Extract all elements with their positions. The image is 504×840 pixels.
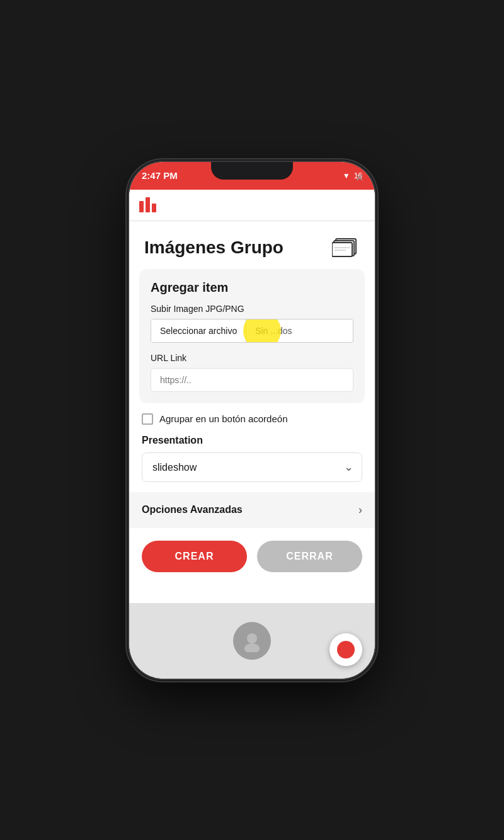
avatar-icon	[233, 622, 271, 660]
svg-point-5	[247, 633, 257, 643]
status-time: 2:47 PM	[142, 170, 178, 181]
svg-point-6	[244, 643, 260, 652]
action-buttons: CREAR CERRAR	[129, 528, 375, 585]
modal-scroll[interactable]: × Imágenes Grupo	[129, 221, 375, 603]
checkbox-section[interactable]: Agrupar en un botón acordeón	[129, 413, 375, 425]
advanced-options-section[interactable]: Opciones Avanzadas ›	[129, 492, 375, 528]
svg-rect-2	[332, 243, 352, 256]
presentation-section: Presentation slideshow grid carousel ⌄	[129, 435, 375, 482]
crear-button[interactable]: CREAR	[142, 541, 247, 572]
chevron-right-icon: ›	[358, 503, 362, 517]
modal-header: Imágenes Grupo	[129, 221, 375, 269]
notch	[211, 162, 293, 180]
fab-button[interactable]	[329, 633, 362, 666]
slideshow-icon	[332, 236, 360, 259]
advanced-label: Opciones Avanzadas	[142, 504, 243, 515]
app-bar	[129, 190, 375, 221]
accordion-label: Agrupar en un botón acordeón	[159, 413, 288, 424]
url-label: URL Link	[151, 353, 353, 363]
presentation-label: Presentation	[142, 435, 362, 446]
file-input-row[interactable]: Seleccionar archivo Sin ...dos	[151, 319, 353, 343]
presentation-select[interactable]: slideshow grid carousel	[142, 452, 362, 482]
screen-body: × Imágenes Grupo	[129, 190, 375, 679]
bottom-area	[129, 603, 375, 679]
network-icon: ▼	[343, 171, 350, 180]
file-select-button[interactable]: Seleccionar archivo	[151, 319, 246, 342]
url-input[interactable]	[151, 368, 353, 392]
cerrar-button[interactable]: CERRAR	[257, 541, 362, 572]
modal-title: Imágenes Grupo	[144, 238, 284, 258]
add-item-card: Agregar item Subir Imagen JPG/PNG Selecc…	[139, 269, 365, 403]
file-no-file-label: Sin ...dos	[246, 319, 301, 342]
status-bar: 2:47 PM ▼ 16	[129, 162, 375, 190]
phone-screen: 2:47 PM ▼ 16 × Im	[129, 162, 375, 679]
app-logo	[139, 197, 156, 212]
logo-bar-2	[146, 197, 150, 212]
fab-dot	[337, 641, 355, 659]
file-label: Subir Imagen JPG/PNG	[151, 304, 353, 314]
accordion-checkbox[interactable]	[142, 413, 153, 425]
phone-frame: 2:47 PM ▼ 16 × Im	[129, 162, 375, 679]
logo-bar-3	[152, 204, 156, 212]
card-title: Agregar item	[151, 280, 353, 295]
presentation-select-wrapper[interactable]: slideshow grid carousel ⌄	[142, 452, 362, 482]
logo-bar-1	[139, 201, 144, 212]
